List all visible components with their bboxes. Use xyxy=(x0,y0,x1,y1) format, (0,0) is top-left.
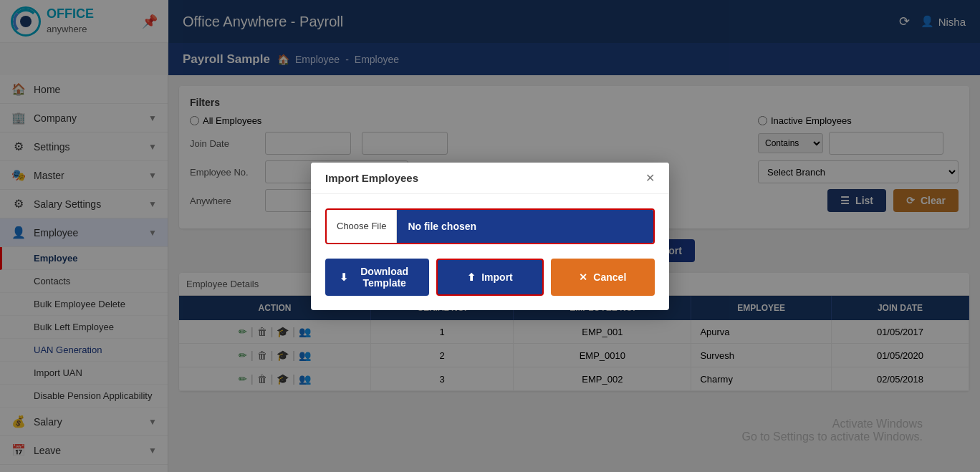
download-template-icon: ⬇ xyxy=(340,271,348,283)
modal-actions: ⬇ Download Template ⬆ Import ✕ Cancel xyxy=(325,259,655,296)
modal-import-icon: ⬆ xyxy=(467,271,476,283)
modal-cancel-icon: ✕ xyxy=(579,271,587,283)
modal-cancel-button[interactable]: ✕ Cancel xyxy=(551,259,655,296)
modal-close-button[interactable]: ✕ xyxy=(645,171,655,185)
download-template-button[interactable]: ⬇ Download Template xyxy=(325,259,429,296)
file-input-wrapper: Choose File No file chosen xyxy=(325,208,655,244)
modal-import-button[interactable]: ⬆ Import xyxy=(436,259,543,296)
no-file-text: No file chosen xyxy=(397,221,487,232)
modal-title: Import Employees xyxy=(325,172,418,184)
modal-body: Choose File No file chosen ⬇ Download Te… xyxy=(311,194,669,310)
import-modal: Import Employees ✕ Choose File No file c… xyxy=(311,163,669,310)
choose-file-button[interactable]: Choose File xyxy=(327,210,397,243)
modal-overlay[interactable]: Import Employees ✕ Choose File No file c… xyxy=(0,0,980,472)
modal-header: Import Employees ✕ xyxy=(311,163,669,194)
